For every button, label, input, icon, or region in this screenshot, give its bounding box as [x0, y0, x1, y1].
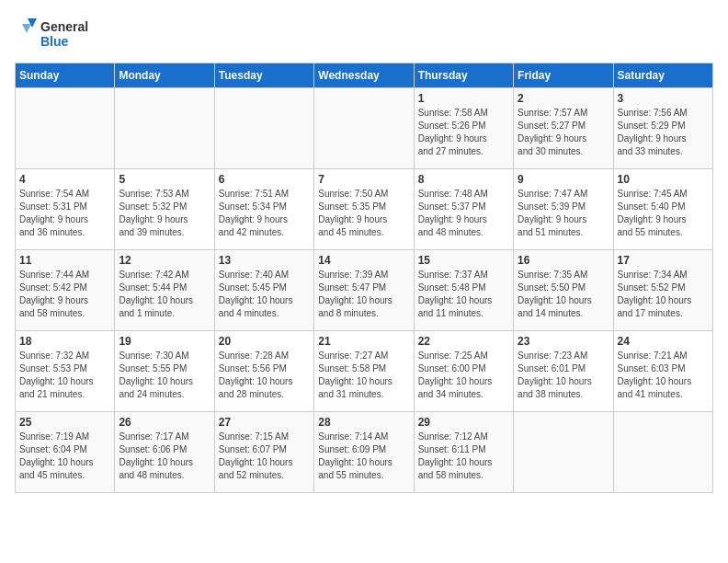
calendar-cell: 14Sunrise: 7:39 AMSunset: 5:47 PMDayligh… [314, 250, 414, 331]
page-header: General Blue [15, 15, 713, 55]
calendar-table: SundayMondayTuesdayWednesdayThursdayFrid… [15, 63, 713, 493]
calendar-cell: 8Sunrise: 7:48 AMSunset: 5:37 PMDaylight… [414, 169, 513, 250]
calendar-cell: 17Sunrise: 7:34 AMSunset: 5:52 PMDayligh… [613, 250, 712, 331]
calendar-cell: 21Sunrise: 7:27 AMSunset: 5:58 PMDayligh… [314, 331, 414, 412]
day-number: 10 [618, 173, 709, 186]
calendar-cell: 5Sunrise: 7:53 AMSunset: 5:32 PMDaylight… [115, 169, 214, 250]
calendar-cell: 23Sunrise: 7:23 AMSunset: 6:01 PMDayligh… [514, 331, 613, 412]
calendar-cell: 1Sunrise: 7:58 AMSunset: 5:26 PMDaylight… [414, 88, 513, 169]
svg-marker-3 [22, 24, 31, 33]
day-number: 22 [418, 335, 509, 348]
calendar-cell: 28Sunrise: 7:14 AMSunset: 6:09 PMDayligh… [314, 412, 414, 493]
day-number: 11 [19, 254, 110, 267]
calendar-cell: 9Sunrise: 7:47 AMSunset: 5:39 PMDaylight… [514, 169, 613, 250]
calendar-cell: 26Sunrise: 7:17 AMSunset: 6:06 PMDayligh… [115, 412, 214, 493]
calendar-cell: 13Sunrise: 7:40 AMSunset: 5:45 PMDayligh… [214, 250, 313, 331]
day-number: 27 [219, 416, 310, 429]
calendar-cell: 11Sunrise: 7:44 AMSunset: 5:42 PMDayligh… [16, 250, 115, 331]
calendar-cell [314, 88, 414, 169]
day-number: 20 [219, 335, 310, 348]
calendar-cell: 27Sunrise: 7:15 AMSunset: 6:07 PMDayligh… [214, 412, 313, 493]
calendar-cell: 16Sunrise: 7:35 AMSunset: 5:50 PMDayligh… [514, 250, 613, 331]
calendar-cell [514, 412, 613, 493]
calendar-cell [214, 88, 313, 169]
calendar-cell: 3Sunrise: 7:56 AMSunset: 5:29 PMDaylight… [613, 88, 712, 169]
day-info: Sunrise: 7:57 AMSunset: 5:27 PMDaylight:… [518, 107, 609, 158]
calendar-cell: 20Sunrise: 7:28 AMSunset: 5:56 PMDayligh… [214, 331, 313, 412]
svg-text:Blue: Blue [40, 34, 69, 49]
day-number: 17 [618, 254, 709, 267]
day-info: Sunrise: 7:45 AMSunset: 5:40 PMDaylight:… [618, 188, 709, 239]
day-info: Sunrise: 7:58 AMSunset: 5:26 PMDaylight:… [418, 107, 509, 158]
day-number: 21 [318, 335, 409, 348]
header-wednesday: Wednesday [314, 63, 414, 88]
day-info: Sunrise: 7:27 AMSunset: 5:58 PMDaylight:… [318, 350, 409, 401]
day-info: Sunrise: 7:23 AMSunset: 6:01 PMDaylight:… [518, 350, 609, 401]
header-sunday: Sunday [16, 63, 115, 88]
day-info: Sunrise: 7:25 AMSunset: 6:00 PMDaylight:… [418, 350, 509, 401]
header-tuesday: Tuesday [214, 63, 313, 88]
calendar-week-4: 18Sunrise: 7:32 AMSunset: 5:53 PMDayligh… [16, 331, 713, 412]
day-number: 23 [518, 335, 609, 348]
day-number: 16 [518, 254, 609, 267]
day-info: Sunrise: 7:28 AMSunset: 5:56 PMDaylight:… [219, 350, 310, 401]
day-number: 18 [19, 335, 110, 348]
day-info: Sunrise: 7:21 AMSunset: 6:03 PMDaylight:… [618, 350, 709, 401]
day-number: 6 [219, 173, 310, 186]
day-number: 25 [19, 416, 110, 429]
day-number: 4 [19, 173, 110, 186]
day-info: Sunrise: 7:17 AMSunset: 6:06 PMDaylight:… [119, 431, 210, 482]
day-number: 13 [219, 254, 310, 267]
day-number: 7 [318, 173, 409, 186]
day-info: Sunrise: 7:40 AMSunset: 5:45 PMDaylight:… [219, 269, 310, 320]
header-monday: Monday [115, 63, 214, 88]
calendar-cell: 29Sunrise: 7:12 AMSunset: 6:11 PMDayligh… [414, 412, 513, 493]
day-info: Sunrise: 7:39 AMSunset: 5:47 PMDaylight:… [318, 269, 409, 320]
day-info: Sunrise: 7:32 AMSunset: 5:53 PMDaylight:… [19, 350, 110, 401]
header-thursday: Thursday [414, 63, 513, 88]
calendar-week-3: 11Sunrise: 7:44 AMSunset: 5:42 PMDayligh… [16, 250, 713, 331]
calendar-week-1: 1Sunrise: 7:58 AMSunset: 5:26 PMDaylight… [16, 88, 713, 169]
day-info: Sunrise: 7:12 AMSunset: 6:11 PMDaylight:… [418, 431, 509, 482]
day-info: Sunrise: 7:44 AMSunset: 5:42 PMDaylight:… [19, 269, 110, 320]
day-number: 12 [119, 254, 210, 267]
day-number: 29 [418, 416, 509, 429]
calendar-cell: 10Sunrise: 7:45 AMSunset: 5:40 PMDayligh… [613, 169, 712, 250]
day-info: Sunrise: 7:56 AMSunset: 5:29 PMDaylight:… [618, 107, 709, 158]
day-info: Sunrise: 7:54 AMSunset: 5:31 PMDaylight:… [19, 188, 110, 239]
day-info: Sunrise: 7:53 AMSunset: 5:32 PMDaylight:… [119, 188, 210, 239]
calendar-cell: 2Sunrise: 7:57 AMSunset: 5:27 PMDaylight… [514, 88, 613, 169]
header-friday: Friday [514, 63, 613, 88]
day-number: 9 [518, 173, 609, 186]
day-number: 19 [119, 335, 210, 348]
calendar-cell: 15Sunrise: 7:37 AMSunset: 5:48 PMDayligh… [414, 250, 513, 331]
calendar-cell: 7Sunrise: 7:50 AMSunset: 5:35 PMDaylight… [314, 169, 414, 250]
day-info: Sunrise: 7:37 AMSunset: 5:48 PMDaylight:… [418, 269, 509, 320]
header-saturday: Saturday [613, 63, 712, 88]
day-info: Sunrise: 7:48 AMSunset: 5:37 PMDaylight:… [418, 188, 509, 239]
day-number: 3 [618, 92, 709, 105]
day-info: Sunrise: 7:34 AMSunset: 5:52 PMDaylight:… [618, 269, 709, 320]
day-info: Sunrise: 7:35 AMSunset: 5:50 PMDaylight:… [518, 269, 609, 320]
day-number: 28 [318, 416, 409, 429]
calendar-cell [613, 412, 712, 493]
calendar-week-2: 4Sunrise: 7:54 AMSunset: 5:31 PMDaylight… [16, 169, 713, 250]
day-number: 24 [618, 335, 709, 348]
calendar-cell: 25Sunrise: 7:19 AMSunset: 6:04 PMDayligh… [16, 412, 115, 493]
calendar-cell: 22Sunrise: 7:25 AMSunset: 6:00 PMDayligh… [414, 331, 513, 412]
day-number: 2 [518, 92, 609, 105]
calendar-cell: 12Sunrise: 7:42 AMSunset: 5:44 PMDayligh… [115, 250, 214, 331]
day-info: Sunrise: 7:51 AMSunset: 5:34 PMDaylight:… [219, 188, 310, 239]
day-info: Sunrise: 7:19 AMSunset: 6:04 PMDaylight:… [19, 431, 110, 482]
calendar-cell [16, 88, 115, 169]
calendar-cell: 4Sunrise: 7:54 AMSunset: 5:31 PMDaylight… [16, 169, 115, 250]
day-number: 1 [418, 92, 509, 105]
calendar-cell: 19Sunrise: 7:30 AMSunset: 5:55 PMDayligh… [115, 331, 214, 412]
logo-svg: General Blue [15, 15, 97, 55]
day-number: 8 [418, 173, 509, 186]
day-info: Sunrise: 7:30 AMSunset: 5:55 PMDaylight:… [119, 350, 210, 401]
calendar-cell [115, 88, 214, 169]
calendar-week-5: 25Sunrise: 7:19 AMSunset: 6:04 PMDayligh… [16, 412, 713, 493]
day-number: 14 [318, 254, 409, 267]
day-info: Sunrise: 7:50 AMSunset: 5:35 PMDaylight:… [318, 188, 409, 239]
